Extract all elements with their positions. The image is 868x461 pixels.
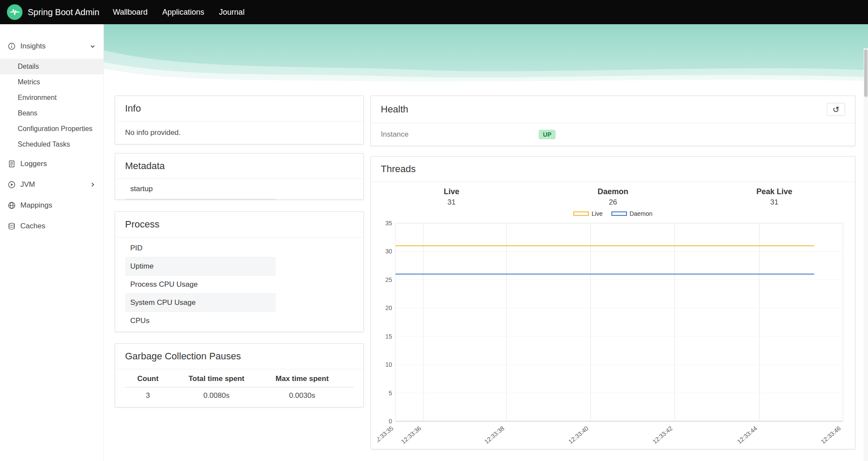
sidebar-item-label: Insights [20, 42, 46, 51]
sidebar-item-scheduled-tasks[interactable]: Scheduled Tasks [0, 137, 103, 152]
health-instance-row[interactable]: Instance UP [371, 123, 855, 146]
database-icon [8, 222, 16, 230]
loggers-icon [8, 160, 16, 168]
legend-label-daemon: Daemon [630, 210, 653, 217]
sidebar-item-metrics[interactable]: Metrics [0, 74, 103, 90]
health-card-title: Health [381, 104, 408, 115]
gc-card-title: Garbage Collection Pauses [125, 351, 241, 362]
stat-daemon-label: Daemon [532, 187, 694, 196]
sidebar-item-label: Loggers [20, 160, 47, 168]
nav-item-applications[interactable]: Applications [155, 8, 212, 17]
sidebar-item-mappings[interactable]: Mappings [0, 195, 103, 216]
stat-live: Live 31 [371, 187, 532, 207]
process-card-title: Process [125, 219, 159, 230]
process-row-cpus: CPUs [125, 312, 276, 330]
info-card-title: Info [125, 103, 141, 114]
svg-text:30: 30 [385, 248, 392, 255]
threads-chart: 0510152025303512:33:3512:33:3612:33:3812… [377, 219, 849, 448]
gc-value-max-time: 0.0030s [262, 387, 342, 403]
nav-item-wallboard[interactable]: Wallboard [106, 8, 155, 17]
svg-text:12:33:44: 12:33:44 [736, 425, 758, 445]
svg-text:5: 5 [389, 390, 392, 397]
stat-peak-live-value: 31 [694, 198, 855, 207]
legend-item-daemon: Daemon [611, 210, 653, 217]
process-row-uptime: Uptime [125, 257, 276, 275]
legend-swatch-live [573, 211, 589, 216]
stat-daemon: Daemon 26 [532, 187, 694, 207]
info-card: Info No info provided. [115, 96, 364, 144]
globe-icon [8, 202, 16, 209]
svg-text:12:33:36: 12:33:36 [400, 425, 422, 445]
svg-text:12:33:42: 12:33:42 [651, 425, 674, 445]
stat-daemon-value: 26 [532, 198, 694, 207]
gc-value-count: 3 [125, 387, 171, 403]
svg-text:0: 0 [389, 418, 392, 425]
info-icon [8, 42, 16, 50]
svg-text:12:33:46: 12:33:46 [819, 425, 842, 445]
sidebar-item-label: JVM [20, 180, 35, 189]
sidebar-item-details[interactable]: Details [0, 59, 103, 74]
nav-links: Wallboard Applications Journal [106, 8, 252, 17]
svg-text:12:33:40: 12:33:40 [567, 425, 589, 445]
scrollbar-thumb[interactable] [864, 49, 868, 97]
legend-item-live: Live [573, 210, 603, 217]
sidebar-item-caches[interactable]: Caches [0, 216, 103, 237]
threads-card: Threads Live 31 Daemon 26 Peak Live [370, 156, 855, 449]
sidebar-item-label: Caches [20, 222, 45, 230]
svg-text:20: 20 [385, 304, 392, 311]
legend-label-live: Live [592, 210, 603, 217]
health-card: Health ↺ Instance UP [370, 96, 855, 146]
chart-legend: Live Daemon [371, 208, 855, 219]
top-navbar: Spring Boot Admin Wallboard Applications… [0, 0, 868, 24]
svg-text:25: 25 [385, 276, 392, 283]
info-message: No info provided. [115, 122, 363, 144]
process-row-pid: PID [125, 239, 276, 257]
sidebar-item-beans[interactable]: Beans [0, 106, 103, 121]
svg-text:10: 10 [385, 361, 392, 368]
process-card: Process PID Uptime Process CPU Usage Sys… [115, 211, 364, 332]
sidebar-item-configuration-properties[interactable]: Configuration Properties [0, 121, 103, 137]
svg-text:12:33:35: 12:33:35 [377, 425, 395, 445]
jvm-icon [8, 181, 16, 189]
gc-col-total-time: Total time spent [171, 370, 262, 387]
stat-live-value: 31 [371, 198, 532, 207]
svg-text:35: 35 [385, 220, 392, 227]
process-row-process-cpu-usage: Process CPU Usage [125, 275, 276, 294]
stat-live-label: Live [371, 187, 532, 196]
sidebar: Insights Details Metrics Environment Bea… [0, 24, 104, 461]
instance-label: Instance [381, 130, 539, 139]
app-title: Spring Boot Admin [28, 7, 100, 17]
stat-peak-live: Peak Live 31 [694, 187, 855, 207]
svg-text:12:33:38: 12:33:38 [483, 425, 505, 445]
status-badge: UP [539, 130, 556, 139]
insights-submenu: Details Metrics Environment Beans Config… [0, 59, 103, 152]
gc-col-count: Count [125, 370, 171, 387]
legend-swatch-daemon [611, 211, 627, 216]
gc-col-max-time: Max time spent [262, 370, 342, 387]
wave-header [104, 24, 868, 85]
app-logo-icon [7, 4, 23, 20]
sidebar-item-label: Mappings [20, 201, 52, 210]
stat-peak-live-label: Peak Live [694, 187, 855, 196]
app-brand[interactable]: Spring Boot Admin [7, 4, 100, 20]
sidebar-item-jvm[interactable]: JVM [0, 174, 103, 195]
main-content: Info No info provided. Metadata startup … [104, 24, 868, 461]
history-icon: ↺ [833, 106, 839, 114]
gc-table: Count Total time spent Max time spent 3 … [125, 370, 354, 403]
chevron-right-icon [90, 182, 96, 188]
metadata-card: Metadata startup [115, 153, 364, 200]
sidebar-item-environment[interactable]: Environment [0, 90, 103, 106]
threads-card-title: Threads [381, 163, 416, 175]
nav-item-journal[interactable]: Journal [212, 8, 252, 17]
gc-value-total-time: 0.0080s [171, 387, 262, 403]
health-history-button[interactable]: ↺ [827, 103, 845, 116]
metadata-row: startup [125, 179, 276, 199]
process-row-system-cpu-usage: System CPU Usage [125, 294, 276, 312]
chevron-down-icon [90, 43, 96, 49]
sidebar-item-insights[interactable]: Insights [0, 37, 103, 55]
sidebar-item-loggers[interactable]: Loggers [0, 154, 103, 174]
threads-stats: Live 31 Daemon 26 Peak Live 31 [371, 182, 855, 208]
svg-text:15: 15 [385, 333, 392, 340]
metadata-card-title: Metadata [125, 160, 165, 172]
scrollbar[interactable] [864, 48, 868, 461]
